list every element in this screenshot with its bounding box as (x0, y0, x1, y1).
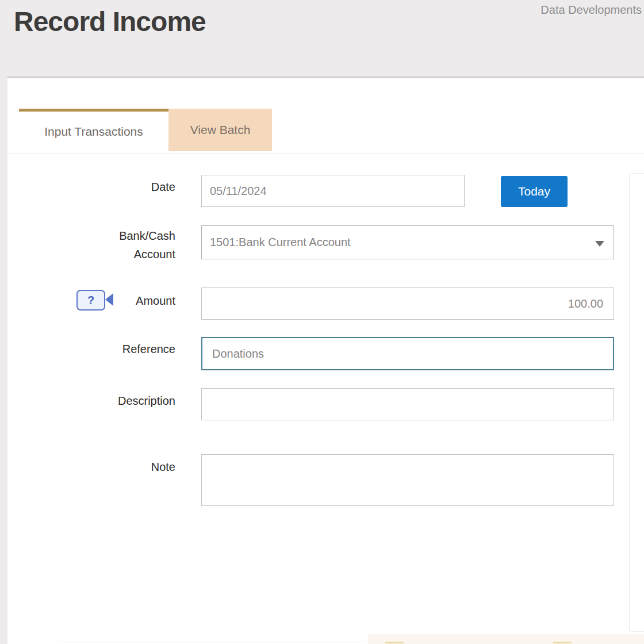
caret-down-icon (595, 241, 604, 247)
cutoff-buttons-edge (368, 634, 644, 644)
bank-account-label: Bank/Cash Account (95, 227, 175, 263)
tab-separator (7, 154, 644, 154)
reference-label: Reference (72, 340, 175, 358)
tab-bar: Input Transactions View Batch (19, 109, 272, 151)
tab-view-batch[interactable]: View Batch (168, 109, 272, 151)
cutoff-button-top (553, 642, 572, 643)
tab-input-transactions[interactable]: Input Transactions (19, 109, 168, 151)
amount-input[interactable] (201, 288, 614, 320)
bank-account-select[interactable]: 1501:Bank Current Account (201, 225, 614, 259)
description-label: Description (72, 392, 175, 410)
page-title: Record Income (14, 6, 206, 37)
description-input[interactable] (201, 388, 614, 420)
record-income-panel: Input Transactions View Batch Date Today… (7, 76, 644, 644)
today-button[interactable]: Today (501, 176, 568, 207)
date-label: Date (72, 178, 175, 196)
amount-label: Amount (72, 292, 175, 310)
date-input[interactable] (201, 175, 465, 207)
reference-input[interactable] (201, 337, 614, 370)
brand-text: Data Developments (540, 3, 642, 17)
cutoff-section-edge (57, 642, 366, 644)
note-input[interactable] (201, 454, 614, 506)
bank-account-selected-value: 1501:Bank Current Account (210, 236, 351, 249)
side-list-box (630, 174, 644, 631)
note-label: Note (72, 458, 175, 476)
cutoff-button-top (385, 642, 404, 643)
